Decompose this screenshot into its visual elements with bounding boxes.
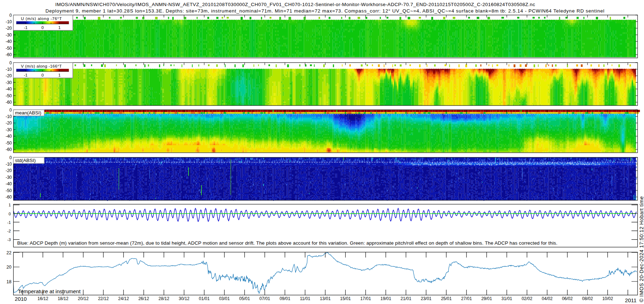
svg-text:-20: -20 <box>6 168 12 173</box>
svg-text:-50: -50 <box>6 141 12 146</box>
svg-text:-3: -3 <box>7 237 11 242</box>
svg-text:Blue: ADCP Depth (m) variation: Blue: ADCP Depth (m) variation from sens… <box>17 240 557 246</box>
svg-text:© IMOS 20-Dec-2024 17:50:12 Ho: © IMOS 20-Dec-2024 17:50:12 Hobart time <box>639 196 644 302</box>
svg-text:-60: -60 <box>6 147 12 152</box>
svg-text:11/01: 11/01 <box>300 296 310 301</box>
svg-text:22/12: 22/12 <box>98 296 109 301</box>
svg-text:25/01: 25/01 <box>441 296 452 301</box>
svg-text:IMOS/ANMN/NSW/CH070/Velocity/I: IMOS/ANMN/NSW/CH070/Velocity/IMOS_ANMN-N… <box>55 2 535 7</box>
svg-text:-10: -10 <box>6 67 12 72</box>
svg-text:-10: -10 <box>6 114 12 119</box>
svg-text:13/01: 13/01 <box>320 296 331 301</box>
svg-text:19/01: 19/01 <box>380 296 391 301</box>
svg-text:1: 1 <box>58 25 60 30</box>
svg-text:30/12: 30/12 <box>179 296 189 301</box>
svg-text:mean(ABSI): mean(ABSI) <box>15 110 42 116</box>
svg-text:09/01: 09/01 <box>279 296 290 301</box>
svg-text:20: 20 <box>6 265 11 270</box>
svg-text:U (m/s) along -76°T: U (m/s) along -76°T <box>21 16 62 21</box>
svg-text:17/01: 17/01 <box>360 296 371 301</box>
svg-text:24/12: 24/12 <box>118 296 129 301</box>
svg-text:15/01: 15/01 <box>340 296 351 301</box>
svg-text:-2: -2 <box>7 229 11 233</box>
svg-text:16/12: 16/12 <box>38 296 48 301</box>
svg-text:18: 18 <box>6 279 11 284</box>
svg-text:-40: -40 <box>6 87 12 92</box>
svg-text:-50: -50 <box>6 188 12 193</box>
svg-text:-1: -1 <box>24 25 28 30</box>
svg-text:23/01: 23/01 <box>421 296 431 301</box>
svg-text:02/02: 02/02 <box>522 296 532 301</box>
svg-text:-10: -10 <box>6 19 12 24</box>
svg-text:22: 22 <box>6 250 11 255</box>
svg-text:std(ABSI): std(ABSI) <box>15 158 36 163</box>
svg-text:-40: -40 <box>6 181 12 186</box>
svg-text:0: 0 <box>9 60 12 65</box>
svg-text:20/12: 20/12 <box>78 296 89 301</box>
svg-text:-1: -1 <box>7 220 11 225</box>
svg-text:18/12: 18/12 <box>58 296 68 301</box>
svg-text:01/01: 01/01 <box>199 296 210 301</box>
svg-text:-30: -30 <box>6 33 12 38</box>
svg-text:0: 0 <box>9 155 12 160</box>
svg-text:26/12: 26/12 <box>138 296 149 301</box>
svg-text:2010: 2010 <box>15 296 26 302</box>
svg-text:28/12: 28/12 <box>158 296 169 301</box>
svg-text:-20: -20 <box>6 26 12 31</box>
svg-text:21/01: 21/01 <box>401 296 411 301</box>
svg-text:0: 0 <box>9 108 12 113</box>
svg-text:-10: -10 <box>6 162 12 167</box>
svg-text:-30: -30 <box>6 80 12 85</box>
svg-text:-30: -30 <box>6 175 12 180</box>
svg-text:Temperature at instrument: Temperature at instrument <box>18 288 81 294</box>
svg-text:0: 0 <box>9 212 11 216</box>
svg-text:2011: 2011 <box>625 297 636 303</box>
svg-text:0: 0 <box>42 25 44 30</box>
svg-text:-30: -30 <box>6 127 12 132</box>
svg-text:-40: -40 <box>6 39 12 44</box>
svg-text:0: 0 <box>9 13 12 18</box>
svg-text:-1: -1 <box>24 73 28 77</box>
svg-text:-50: -50 <box>6 93 12 98</box>
svg-text:-20: -20 <box>6 73 12 78</box>
svg-text:31/01: 31/01 <box>501 296 512 301</box>
svg-text:-60: -60 <box>6 100 12 105</box>
svg-text:-60: -60 <box>6 195 12 200</box>
svg-text:07/01: 07/01 <box>259 296 270 301</box>
svg-text:-40: -40 <box>6 134 12 139</box>
svg-text:03/01: 03/01 <box>219 296 230 301</box>
svg-text:-20: -20 <box>6 121 12 126</box>
svg-text:06/02: 06/02 <box>562 296 573 301</box>
svg-text:V (m/s) along -166°T: V (m/s) along -166°T <box>21 64 62 68</box>
svg-text:Deployment 9, member 1 lat=30.: Deployment 9, member 1 lat=30.28S lon=15… <box>45 8 604 14</box>
svg-text:05/01: 05/01 <box>239 296 250 301</box>
svg-text:0: 0 <box>42 73 44 77</box>
svg-text:27/01: 27/01 <box>461 296 472 301</box>
svg-text:1: 1 <box>58 73 60 77</box>
svg-text:10/02: 10/02 <box>602 296 613 301</box>
svg-text:1: 1 <box>9 203 11 207</box>
svg-text:29/01: 29/01 <box>481 296 492 301</box>
svg-text:08/02: 08/02 <box>582 296 593 301</box>
svg-text:04/02: 04/02 <box>542 296 552 301</box>
svg-text:-60: -60 <box>6 52 12 57</box>
svg-text:-50: -50 <box>6 46 12 51</box>
